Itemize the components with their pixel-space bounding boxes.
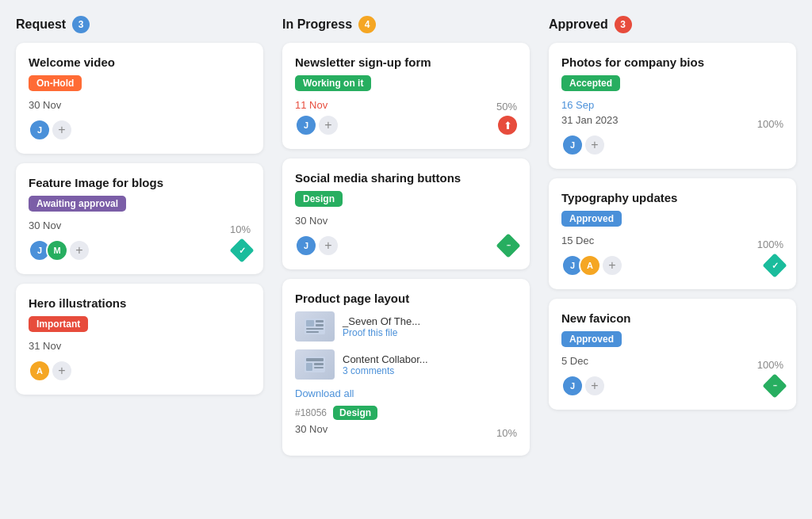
- avatar: J: [295, 114, 317, 136]
- file-info-1: _Seven Of The... Proof this file: [343, 315, 420, 338]
- card-title-product: Product page layout: [295, 292, 517, 305]
- footer-favicon: J +: [561, 375, 783, 397]
- avatars-feature-image: J M +: [29, 239, 89, 261]
- add-avatar-btn[interactable]: +: [52, 361, 71, 380]
- tag-design-social: Design: [295, 191, 343, 207]
- column-header-request: Request 3: [16, 16, 263, 33]
- file-preview-svg-1: [303, 317, 327, 336]
- percent-photos: 100%: [757, 118, 783, 130]
- add-avatar-btn[interactable]: +: [319, 116, 338, 135]
- card-photos-bios: Photos for company bios Accepted 16 Sep …: [549, 43, 796, 169]
- card-tag-row-product: #18056 Design: [295, 406, 517, 420]
- date-welcome-video: 30 Nov: [29, 99, 251, 111]
- column-title-request: Request: [16, 17, 66, 32]
- card-typography: Typography updates Approved 15 Dec 100% …: [549, 178, 796, 289]
- percent-favicon: 100%: [757, 359, 783, 371]
- comments-link[interactable]: 3 comments: [343, 365, 428, 376]
- svg-rect-7: [306, 358, 324, 361]
- card-title-welcome-video: Welcome video: [29, 55, 251, 69]
- tag-accepted: Accepted: [561, 75, 620, 91]
- card-hero-illustrations: Hero illustrations Important 31 Nov A +: [16, 284, 263, 395]
- card-title-photos: Photos for company bios: [561, 55, 783, 69]
- svg-rect-3: [316, 324, 324, 326]
- add-avatar-btn[interactable]: +: [52, 120, 71, 139]
- tag-onhold: On-Hold: [29, 75, 82, 91]
- footer-newsletter: J +: [295, 114, 517, 136]
- svg-rect-5: [306, 331, 319, 333]
- add-avatar-btn[interactable]: +: [585, 135, 604, 155]
- footer-social: J +: [295, 235, 517, 257]
- svg-rect-4: [306, 328, 324, 330]
- card-feature-image: Feature Image for blogs Awaiting approva…: [16, 163, 263, 274]
- column-header-in-progress: In Progress 4: [282, 16, 530, 33]
- file-info-2: Content Collabor... 3 comments: [343, 353, 428, 376]
- tag-approved-typography: Approved: [561, 211, 622, 227]
- date-typography: 15 Dec: [561, 235, 594, 246]
- card-id-product: #18056: [295, 407, 327, 418]
- avatar: M: [46, 239, 68, 261]
- svg-rect-9: [314, 363, 324, 365]
- kanban-board: Request 3 Welcome video On-Hold 30 Nov J…: [16, 16, 796, 465]
- badge-in-progress: 4: [358, 16, 376, 33]
- svg-rect-2: [316, 320, 324, 322]
- footer-hero: A +: [29, 360, 251, 382]
- file-thumb-2: [295, 349, 335, 380]
- column-approved: Approved 3 Photos for company bios Accep…: [549, 16, 796, 465]
- check-diamond-icon: [762, 253, 787, 277]
- avatar: J: [29, 119, 51, 141]
- add-avatar-btn[interactable]: +: [585, 376, 604, 395]
- footer-welcome-video: J +: [29, 119, 251, 141]
- add-avatar-btn[interactable]: +: [319, 236, 338, 255]
- file-item-2: Content Collabor... 3 comments: [295, 349, 517, 380]
- card-newsletter: Newsletter sign-up form Working on it 11…: [282, 43, 530, 149]
- avatar: J: [295, 235, 317, 257]
- card-title-favicon: New favicon: [561, 311, 783, 325]
- date-social: 30 Nov: [295, 215, 517, 227]
- column-request: Request 3 Welcome video On-Hold 30 Nov J…: [16, 16, 263, 465]
- badge-request: 3: [72, 16, 90, 33]
- card-social-media: Social media sharing buttons Design 30 N…: [282, 158, 530, 269]
- date-product: 30 Nov: [295, 423, 327, 435]
- footer-typography: J A +: [561, 254, 783, 277]
- avatars-hero: A +: [29, 360, 71, 382]
- column-title-approved: Approved: [549, 17, 608, 32]
- file-preview-1: [295, 311, 335, 342]
- card-new-favicon: New favicon Approved 5 Dec 100% J +: [549, 299, 796, 410]
- check-diamond-icon: [229, 238, 254, 262]
- footer-photos: J +: [561, 134, 783, 156]
- file-name-2: Content Collabor...: [343, 353, 428, 365]
- svg-rect-10: [314, 367, 324, 368]
- dots-diamond-icon: [762, 373, 787, 398]
- date-newsletter: 11 Nov: [295, 99, 327, 111]
- card-product-page: Product page layout: [282, 279, 530, 456]
- avatars-welcome-video: J +: [29, 119, 71, 141]
- avatar: J: [561, 134, 584, 156]
- date-hero: 31 Nov: [29, 340, 251, 352]
- card-title-newsletter: Newsletter sign-up form: [295, 55, 517, 69]
- badge-approved: 3: [615, 16, 632, 33]
- add-avatar-btn[interactable]: +: [70, 241, 89, 260]
- download-all-link[interactable]: Download all: [295, 387, 517, 399]
- file-preview-2: [295, 349, 335, 380]
- avatars-social: J +: [295, 235, 338, 257]
- date-feature-image: 30 Nov: [29, 219, 61, 231]
- add-avatar-btn[interactable]: +: [603, 256, 622, 275]
- card-title-feature-image: Feature Image for blogs: [29, 176, 251, 189]
- avatar: J: [561, 375, 584, 397]
- avatar: A: [579, 254, 601, 277]
- file-item-1: _Seven Of The... Proof this file: [295, 311, 517, 342]
- percent-typography: 100%: [757, 239, 783, 250]
- dots-diamond-icon: [496, 233, 520, 258]
- date-photos: 31 Jan 2023: [561, 114, 619, 126]
- svg-rect-1: [306, 320, 314, 326]
- card-welcome-video: Welcome video On-Hold 30 Nov J +: [16, 43, 263, 154]
- file-preview-svg-2: [303, 355, 327, 374]
- tag-design-product: Design: [333, 406, 377, 420]
- tag-awaiting: Awaiting approval: [29, 196, 126, 212]
- file-thumb-1: [295, 311, 335, 342]
- date-favicon: 5 Dec: [561, 355, 588, 367]
- file-name-1: _Seven Of The...: [343, 315, 420, 327]
- avatars-favicon: J +: [561, 375, 604, 397]
- avatars-typography: J A +: [561, 254, 622, 277]
- proof-file-link[interactable]: Proof this file: [343, 327, 420, 338]
